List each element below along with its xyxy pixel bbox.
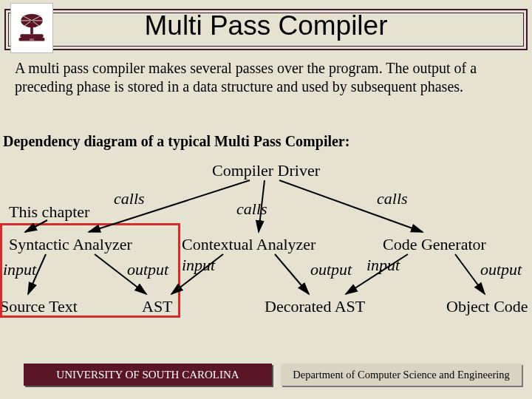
object-code-label: Object Code (446, 297, 528, 316)
contextual-analyzer-label: Contextual Analyzer (182, 235, 316, 254)
footer-university: UNIVERSITY OF SOUTH CAROLINA (24, 364, 272, 386)
svg-line-12 (275, 254, 309, 294)
calls-right-label: calls (377, 189, 408, 208)
this-chapter-label: This chapter (9, 202, 89, 222)
compiler-driver-label: Compiler Driver (0, 161, 532, 180)
input2-label: input (182, 256, 215, 275)
output2-label: output (310, 260, 352, 279)
code-generator-label: Code Generator (383, 235, 486, 254)
footer-department: Department of Computer Science and Engin… (281, 364, 522, 386)
input3-label: input (366, 256, 400, 275)
dependency-heading: Dependency diagram of a typical Multi Pa… (3, 133, 349, 150)
body-paragraph: A multi pass compiler makes several pass… (15, 59, 517, 96)
slide-title: Multi Pass Compiler (0, 10, 532, 41)
output3-label: output (480, 260, 522, 279)
this-chapter-highlight-box (0, 223, 180, 318)
calls-mid-label: calls (236, 200, 267, 219)
decorated-ast-label: Decorated AST (265, 297, 365, 316)
calls-left-label: calls (114, 189, 145, 208)
